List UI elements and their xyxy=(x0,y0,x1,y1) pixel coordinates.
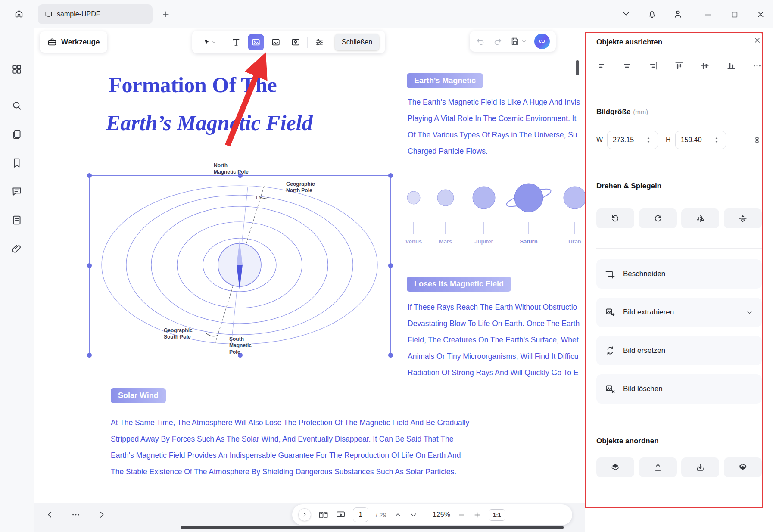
extract-image-action[interactable]: Bild extrahieren xyxy=(596,298,762,327)
ai-assistant-button[interactable] xyxy=(534,34,550,49)
account-button[interactable] xyxy=(672,8,683,19)
replace-image-action[interactable]: Bild ersetzen xyxy=(596,336,762,365)
align-left-button[interactable] xyxy=(596,61,606,72)
next-page-button[interactable] xyxy=(97,510,107,520)
close-editing-button[interactable]: Schließen xyxy=(335,34,379,50)
sidebar-item-thumbnails[interactable] xyxy=(11,64,22,75)
next-view-button[interactable] xyxy=(409,511,418,519)
height-input[interactable] xyxy=(681,136,714,144)
bring-forward-button[interactable] xyxy=(639,457,677,477)
flip-horizontal-button[interactable] xyxy=(681,208,719,228)
undo-icon xyxy=(476,37,485,46)
align-bottom-button[interactable] xyxy=(726,61,736,72)
width-field[interactable] xyxy=(607,131,658,149)
sidebar-item-search[interactable] xyxy=(11,100,22,111)
vertical-scrollbar[interactable] xyxy=(576,60,579,75)
person-icon xyxy=(673,9,683,19)
rotate-left-button[interactable] xyxy=(596,208,634,228)
zoom-level[interactable]: 125% xyxy=(433,511,450,519)
rotate-right-button[interactable] xyxy=(639,208,677,228)
document-tab[interactable]: sample-UPDF xyxy=(38,4,153,24)
page-number-box[interactable] xyxy=(353,507,368,522)
maximize-button[interactable] xyxy=(729,9,740,20)
stepper-icon[interactable] xyxy=(646,137,651,143)
sidebar-item-attachments[interactable] xyxy=(11,243,22,254)
tools-menu-button[interactable]: Werkzeuge xyxy=(40,31,107,53)
zoom-out-button[interactable] xyxy=(458,511,466,519)
minimize-button[interactable] xyxy=(702,9,714,20)
paragraph-line: Earth's Magnetic Field Provides An Indis… xyxy=(111,447,469,464)
resize-handle-nw[interactable] xyxy=(87,173,92,178)
lock-aspect-ratio-button[interactable] xyxy=(752,135,762,145)
align-center-h-button[interactable] xyxy=(622,61,632,72)
paragraph-line: Charged Particle Flows. xyxy=(408,143,580,159)
align-top-button[interactable] xyxy=(674,61,684,72)
sidebar-item-bookmarks[interactable] xyxy=(11,157,22,168)
resize-handle-w[interactable] xyxy=(87,263,92,268)
more-align-button[interactable] xyxy=(752,61,762,72)
sidebar-item-pages[interactable] xyxy=(11,129,22,140)
image-properties-panel: Objekte ausrichten Bildgröße(mm) W H xyxy=(585,28,773,532)
sidebar-item-forms[interactable] xyxy=(11,215,22,226)
selected-image[interactable] xyxy=(89,175,391,355)
zoom-in-button[interactable] xyxy=(473,511,481,519)
image-tool-button[interactable] xyxy=(248,34,264,50)
undo-button[interactable] xyxy=(476,37,485,46)
send-to-back-button[interactable] xyxy=(724,457,762,477)
page-controls-bar: / 29 125% 1:1 xyxy=(292,504,572,525)
toolbox-icon xyxy=(47,37,57,47)
bookmark-icon xyxy=(11,157,22,168)
stepper-icon[interactable] xyxy=(714,137,719,143)
more-pages-button[interactable] xyxy=(71,510,81,520)
flip-horizontal-icon xyxy=(695,214,705,223)
properties-tool-button[interactable] xyxy=(311,34,327,50)
resize-handle-e[interactable] xyxy=(388,263,393,268)
flip-vertical-icon xyxy=(738,214,748,223)
close-window-button[interactable] xyxy=(755,9,766,20)
dimensions-row: W H xyxy=(596,131,762,149)
chevron-right-icon xyxy=(97,510,106,520)
notifications-button[interactable] xyxy=(646,8,658,19)
search-icon xyxy=(11,100,22,111)
signature-tool-button[interactable] xyxy=(268,34,284,50)
align-middle-v-button[interactable] xyxy=(700,61,710,72)
flip-vertical-button[interactable] xyxy=(724,208,762,228)
save-button[interactable] xyxy=(510,37,527,46)
crop-action[interactable]: Beschneiden xyxy=(596,259,762,289)
page-number-input[interactable] xyxy=(354,511,367,519)
resize-handle-ne[interactable] xyxy=(388,173,393,178)
arrange-row xyxy=(596,457,762,477)
sidebar-item-comments[interactable] xyxy=(11,186,22,197)
extract-image-icon xyxy=(605,307,615,317)
select-tool-button[interactable] xyxy=(198,34,221,50)
bring-to-front-button[interactable] xyxy=(596,457,634,477)
annotation-tool-button[interactable] xyxy=(287,34,304,50)
width-input[interactable] xyxy=(613,136,646,144)
height-field[interactable] xyxy=(675,131,726,149)
home-button[interactable] xyxy=(10,5,28,22)
send-backward-button[interactable] xyxy=(681,457,719,477)
presentation-mode-button[interactable] xyxy=(336,510,346,520)
thumbnail-view-button[interactable] xyxy=(318,510,328,520)
history-toolbar xyxy=(470,31,556,52)
actual-size-button[interactable]: 1:1 xyxy=(489,509,505,521)
redo-button[interactable] xyxy=(493,37,502,46)
form-icon xyxy=(11,215,22,226)
align-right-button[interactable] xyxy=(648,61,658,72)
new-tab-button[interactable] xyxy=(160,9,171,20)
planet-saturn xyxy=(514,184,543,212)
image-icon xyxy=(251,37,261,47)
planet-label: Venus xyxy=(405,238,422,245)
horizontal-scrollbar[interactable] xyxy=(181,526,564,529)
resize-handle-sw[interactable] xyxy=(87,353,92,358)
paragraph-line: Stripped Away By Forces Such As The Sola… xyxy=(111,431,469,447)
resize-handle-se[interactable] xyxy=(388,353,393,358)
collapse-toolbar-button[interactable] xyxy=(620,8,632,19)
delete-image-action[interactable]: Bild löschen xyxy=(596,374,762,404)
delete-action-label: Bild löschen xyxy=(623,385,663,393)
panel-close-button[interactable] xyxy=(753,36,762,45)
text-tool-button[interactable] xyxy=(228,34,244,50)
expand-controls-button[interactable] xyxy=(298,508,311,521)
previous-view-button[interactable] xyxy=(394,511,402,519)
prev-page-button[interactable] xyxy=(45,510,55,520)
